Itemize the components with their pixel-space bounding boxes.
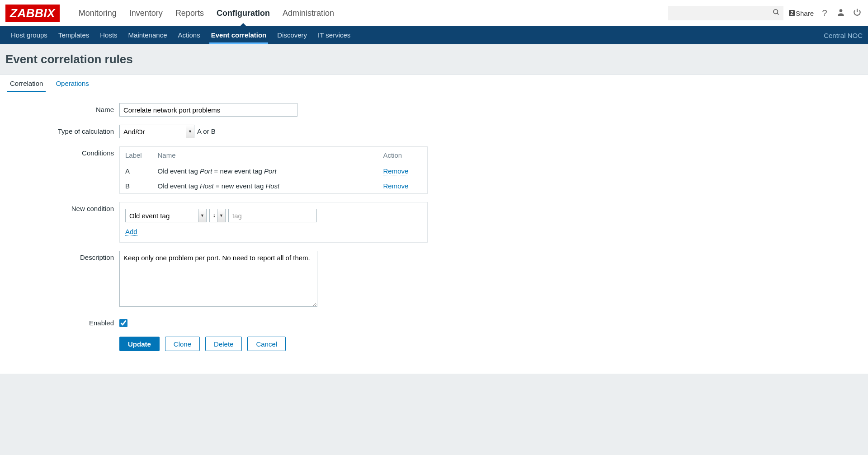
subnav-actions[interactable]: Actions	[173, 26, 206, 44]
label-name: Name	[7, 103, 119, 117]
subnav-context-label: Central NOC	[824, 32, 863, 39]
subnav-event-correlation[interactable]: Event correlation	[206, 26, 272, 44]
condition-name: Old event tag Port = new event tag Port	[152, 164, 378, 178]
type-of-calculation-select[interactable]: And/Or	[119, 125, 194, 138]
subnav-hosts[interactable]: Hosts	[94, 26, 123, 44]
svg-line-1	[777, 13, 778, 14]
clone-button[interactable]: Clone	[165, 337, 200, 351]
condition-label: A	[120, 164, 152, 178]
subnav-discovery[interactable]: Discovery	[272, 26, 312, 44]
new-condition-tag-input[interactable]	[228, 209, 317, 222]
logo[interactable]: ZABBIX	[5, 5, 60, 22]
remove-condition-link[interactable]: Remove	[383, 167, 409, 175]
topnav-inventory[interactable]: Inventory	[123, 0, 169, 26]
subnav-templates[interactable]: Templates	[53, 26, 94, 44]
share-badge-icon: Z	[789, 10, 795, 16]
subnav-it-services[interactable]: IT services	[312, 26, 356, 44]
description-field[interactable]	[119, 251, 317, 307]
table-row: A Old event tag Port = new event tag Por…	[120, 164, 428, 178]
enabled-checkbox[interactable]	[119, 319, 127, 327]
topnav-monitoring[interactable]: Monitoring	[72, 0, 123, 26]
share-link[interactable]: Z Share	[789, 9, 814, 17]
svg-point-2	[840, 9, 843, 12]
tab-correlation[interactable]: Correlation	[4, 75, 49, 92]
delete-button[interactable]: Delete	[205, 337, 242, 351]
conditions-header-label: Label	[120, 147, 152, 164]
logo-text: ZABBIX	[10, 6, 55, 20]
power-icon[interactable]	[852, 8, 863, 19]
subnav-maintenance[interactable]: Maintenance	[123, 26, 173, 44]
topnav-administration[interactable]: Administration	[276, 0, 340, 26]
search-box[interactable]	[668, 6, 783, 20]
user-icon[interactable]	[835, 8, 846, 19]
new-condition-operator-select[interactable]: =	[209, 209, 226, 222]
correlation-form: Name Type of calculation And/Or ▼ A or B…	[0, 92, 868, 374]
topbar-right: Z Share ?	[668, 6, 863, 20]
search-input[interactable]	[672, 9, 773, 17]
form-buttons: Update Clone Delete Cancel	[119, 337, 286, 351]
calculation-expression: A or B	[197, 125, 216, 138]
label-new-condition: New condition	[7, 202, 119, 243]
help-icon[interactable]: ?	[819, 8, 830, 19]
conditions-table: Label Name Action A Old event tag Port =…	[119, 146, 428, 194]
content-panel: Correlation Operations Name Type of calc…	[0, 75, 868, 374]
condition-name: Old event tag Host = new event tag Host	[152, 178, 378, 194]
svg-point-0	[774, 9, 778, 14]
update-button[interactable]: Update	[119, 337, 160, 351]
subnav: Host groups Templates Hosts Maintenance …	[0, 26, 868, 44]
label-conditions: Conditions	[7, 146, 119, 194]
topnav: Monitoring Inventory Reports Configurati…	[72, 0, 340, 26]
condition-label: B	[120, 178, 152, 194]
subnav-host-groups[interactable]: Host groups	[5, 26, 53, 44]
cancel-button[interactable]: Cancel	[247, 337, 286, 351]
label-enabled: Enabled	[7, 316, 119, 328]
label-type-of-calculation: Type of calculation	[7, 125, 119, 138]
table-row: B Old event tag Host = new event tag Hos…	[120, 178, 428, 194]
name-field[interactable]	[119, 103, 297, 117]
remove-condition-link[interactable]: Remove	[383, 182, 409, 190]
tabs: Correlation Operations	[0, 75, 868, 92]
conditions-header-name: Name	[152, 147, 378, 164]
search-icon[interactable]	[773, 9, 780, 18]
topnav-reports[interactable]: Reports	[169, 0, 210, 26]
topnav-configuration[interactable]: Configuration	[210, 0, 276, 26]
share-label: Share	[796, 9, 814, 17]
label-description: Description	[7, 251, 119, 308]
conditions-header-action: Action	[378, 147, 428, 164]
new-condition-type-select[interactable]: Old event tag	[125, 209, 207, 222]
add-condition-link[interactable]: Add	[125, 228, 137, 236]
page-title: Event correlation rules	[0, 44, 868, 75]
tab-operations[interactable]: Operations	[49, 75, 95, 92]
topbar: ZABBIX Monitoring Inventory Reports Conf…	[0, 0, 868, 26]
